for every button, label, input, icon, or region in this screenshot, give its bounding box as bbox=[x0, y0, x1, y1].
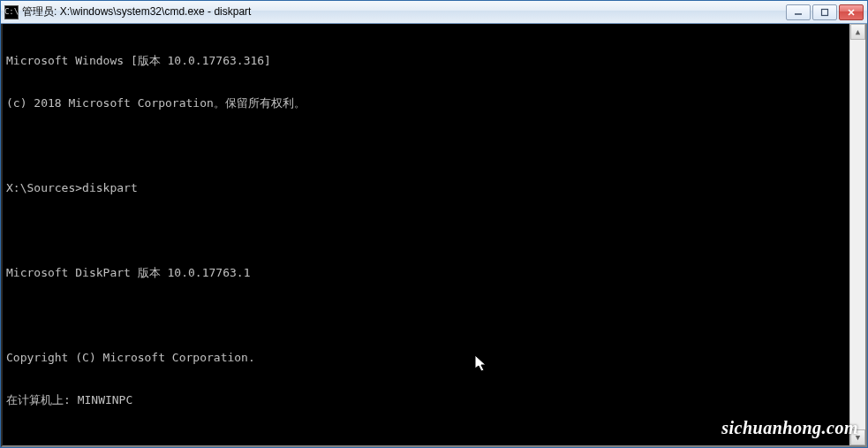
prompt-sources: X:\Sources> bbox=[6, 181, 82, 194]
cmd-window: C:\ 管理员: X:\windows\system32\cmd.exe - d… bbox=[0, 0, 868, 448]
console-output[interactable]: Microsoft Windows [版本 10.0.17763.316] (c… bbox=[3, 24, 849, 445]
vertical-scrollbar[interactable]: ▲ ▼ bbox=[849, 24, 865, 445]
titlebar[interactable]: C:\ 管理员: X:\windows\system32\cmd.exe - d… bbox=[1, 1, 867, 24]
cmd-app-icon: C:\ bbox=[4, 5, 19, 19]
window-title: 管理员: X:\windows\system32\cmd.exe - diskp… bbox=[22, 4, 251, 19]
scroll-up-button[interactable]: ▲ bbox=[850, 24, 865, 40]
scroll-track[interactable] bbox=[850, 40, 865, 429]
maximize-button[interactable] bbox=[812, 4, 837, 20]
diskpart-copyright: Copyright (C) Microsoft Corporation. bbox=[6, 351, 255, 364]
copyright-line: (c) 2018 Microsoft Corporation。保留所有权利。 bbox=[6, 96, 306, 110]
watermark-text: sichuanhong.com bbox=[721, 418, 858, 438]
client-area: Microsoft Windows [版本 10.0.17763.316] (c… bbox=[1, 24, 867, 447]
minimize-button[interactable] bbox=[786, 4, 811, 20]
svg-rect-1 bbox=[822, 9, 828, 15]
computer-name: 在计算机上: MINWINPC bbox=[6, 393, 132, 406]
close-button[interactable] bbox=[839, 4, 864, 20]
window-controls bbox=[786, 4, 864, 20]
diskpart-version: Microsoft DiskPart 版本 10.0.17763.1 bbox=[6, 266, 250, 279]
cmd-diskpart: diskpart bbox=[82, 181, 138, 194]
os-version-line: Microsoft Windows [版本 10.0.17763.316] bbox=[6, 54, 271, 67]
